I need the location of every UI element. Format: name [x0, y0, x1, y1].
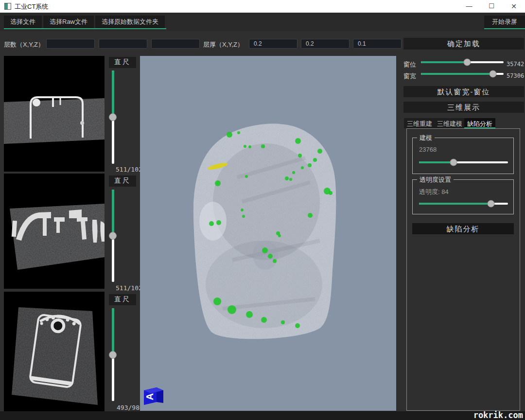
slider-fill: [419, 161, 454, 163]
slider-handle[interactable]: [109, 351, 117, 359]
axis-cube-icon[interactable]: A: [144, 387, 163, 405]
ct-volume-render: A: [140, 56, 396, 411]
modeling-slider[interactable]: [419, 159, 508, 166]
slice-thumbnail-yz[interactable]: [4, 292, 105, 413]
slice-position-3: 493/986: [117, 404, 143, 411]
slider-handle[interactable]: [489, 70, 496, 78]
layers-x-input[interactable]: [46, 39, 95, 49]
slider-fill: [421, 61, 467, 63]
slider-handle[interactable]: [109, 113, 117, 121]
thickness-z-input[interactable]: 0.1: [353, 39, 402, 49]
slice-slider-3[interactable]: [109, 308, 117, 401]
ct-slice-image-1: [4, 56, 105, 172]
window-level-value: 35742: [507, 61, 524, 68]
slider-handle[interactable]: [464, 59, 471, 66]
tab-3d-modeling[interactable]: 三维建模: [434, 118, 465, 128]
slider-handle[interactable]: [488, 200, 495, 208]
toolbar: 选择文件 选择Raw文件 选择原始数据文件夹 开始录屏: [0, 13, 525, 31]
layers-label: 层数（X,Y,Z）: [4, 40, 44, 49]
ct-slice-image-2: [4, 174, 105, 289]
modeling-groupbox: 建模 23768: [412, 138, 514, 174]
select-file-button[interactable]: 选择文件: [4, 16, 42, 28]
svg-text:A: A: [144, 393, 155, 400]
ruler-button-3[interactable]: 直尺: [109, 294, 136, 305]
ct-slice-image-3: [4, 292, 105, 413]
layers-z-input[interactable]: [151, 39, 200, 49]
select-raw-file-button[interactable]: 选择Raw文件: [43, 16, 94, 28]
modeling-value: 23768: [419, 146, 437, 153]
slider-fill: [112, 308, 114, 355]
defect-analysis-button[interactable]: 缺陷分析: [412, 223, 514, 234]
window-title: 工业CT系统: [15, 2, 48, 11]
slice-slider-2[interactable]: [109, 190, 117, 282]
start-recording-button[interactable]: 开始录屏: [484, 16, 525, 28]
window-width-value: 57306: [507, 72, 524, 79]
default-window-button[interactable]: 默认窗宽-窗位: [403, 86, 524, 97]
minimize-button[interactable]: —: [458, 0, 480, 13]
window-width-label: 窗宽: [403, 72, 416, 81]
tab-3d-reconstruction[interactable]: 三维重建: [404, 118, 435, 128]
slice-thumbnail-xz[interactable]: [4, 174, 105, 289]
slider-handle[interactable]: [450, 159, 457, 166]
viewport-3d[interactable]: A: [140, 56, 396, 411]
display-3d-button[interactable]: 三维展示: [403, 102, 524, 113]
tab-defect-analysis[interactable]: 缺陷分析: [464, 118, 495, 128]
transparency-group-title: 透明度设置: [417, 175, 454, 184]
slider-fill: [421, 73, 493, 75]
slider-fill: [419, 203, 491, 205]
thickness-label: 层厚（X,Y,Z）: [203, 40, 244, 49]
select-raw-folder-button[interactable]: 选择原始数据文件夹: [95, 16, 165, 28]
window-level-slider[interactable]: [421, 59, 504, 66]
thickness-y-input[interactable]: 0.2: [301, 39, 350, 49]
transparency-groupbox: 透明度设置 透明度: 84: [412, 179, 514, 214]
title-bar: 工业CT系统 — ☐ ✕: [0, 0, 525, 13]
confirm-load-button[interactable]: 确定加载: [403, 38, 524, 50]
slice-thumbnail-xy[interactable]: [4, 56, 105, 172]
maximize-button[interactable]: ☐: [480, 0, 503, 13]
slider-handle[interactable]: [109, 232, 117, 240]
status-bar: [0, 411, 525, 420]
main-window: 工业CT系统 — ☐ ✕ 选择文件 选择Raw文件 选择原始数据文件夹 开始录屏…: [0, 0, 525, 420]
layers-y-input[interactable]: [99, 39, 147, 49]
ruler-button-1[interactable]: 直尺: [109, 57, 136, 68]
slider-fill: [112, 190, 114, 236]
transparency-slider[interactable]: [419, 200, 508, 207]
file-button-group: 选择文件 选择Raw文件 选择原始数据文件夹: [4, 16, 166, 29]
window-level-label: 窗位: [403, 60, 416, 69]
watermark: rokrik.com: [473, 410, 523, 420]
close-button[interactable]: ✕: [503, 0, 525, 13]
ruler-button-2[interactable]: 直尺: [109, 175, 136, 187]
record-button-group: 开始录屏: [484, 16, 525, 29]
transparency-value: 透明度: 84: [419, 188, 449, 196]
thickness-x-input[interactable]: 0.2: [249, 39, 298, 49]
slice-slider-1[interactable]: [109, 70, 117, 164]
slider-fill: [112, 70, 114, 117]
window-width-slider[interactable]: [421, 70, 504, 77]
modeling-group-title: 建模: [417, 134, 435, 142]
app-icon: [4, 3, 11, 10]
